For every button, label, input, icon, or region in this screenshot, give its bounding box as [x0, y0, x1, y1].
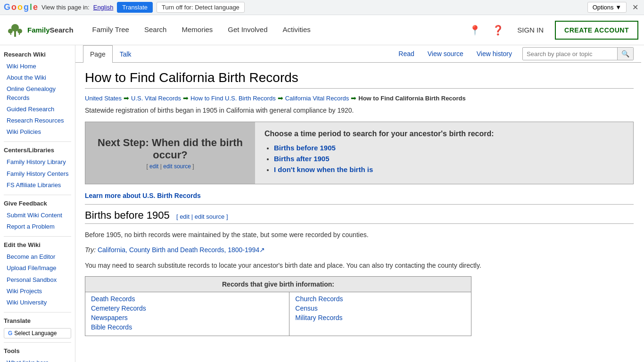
close-translate-button[interactable]: ✕: [630, 3, 640, 12]
language-link[interactable]: English: [93, 4, 114, 11]
records-table-header: Records that give birth information:: [85, 277, 471, 292]
create-account-button[interactable]: CREATE ACCOUNT: [555, 21, 638, 40]
breadcrumb-ca-vital[interactable]: California Vital Records: [285, 95, 349, 102]
tab-page[interactable]: Page: [83, 45, 113, 63]
section-title: Births before 1905: [85, 209, 170, 221]
section-try-para: Try: California, County Birth and Death …: [85, 245, 634, 255]
section-edit-links: [ edit | edit source ]: [176, 213, 228, 220]
tab-view-source[interactable]: View source: [421, 45, 470, 62]
article-intro: Statewide registration of births began i…: [85, 107, 634, 114]
nav-memories[interactable]: Memories: [174, 15, 220, 45]
sidebar-item-submit-wiki[interactable]: Submit Wiki Content: [4, 210, 71, 221]
info-box-edit-link[interactable]: edit: [149, 163, 158, 170]
nav-search[interactable]: Search: [137, 15, 174, 45]
records-table: Records that give birth information: Dea…: [85, 276, 471, 336]
sidebar-item-family-history-library[interactable]: Family History Library: [4, 156, 71, 168]
sidebar-section-translate: Translate: [4, 317, 71, 324]
sidebar-item-about-wiki[interactable]: About the Wiki: [4, 72, 71, 83]
link-military-records[interactable]: Military Records: [295, 314, 465, 321]
try-link[interactable]: California, County Birth and Death Recor…: [98, 246, 265, 254]
sign-in-button[interactable]: SIGN IN: [513, 26, 547, 34]
breadcrumb-us-vital[interactable]: U.S. Vital Records: [131, 95, 181, 102]
breadcrumb-us[interactable]: United States: [85, 95, 122, 102]
sidebar-item-report-problem[interactable]: Report a Problem: [4, 221, 71, 232]
section-para-1: Before 1905, no birth records were maint…: [85, 230, 634, 240]
list-item-births-after-1905: Births after 1905: [274, 155, 624, 163]
sidebar-item-guided-research[interactable]: Guided Research: [4, 104, 71, 115]
sidebar-item-wiki-policies[interactable]: Wiki Policies: [4, 126, 71, 138]
sidebar-item-wiki-university[interactable]: Wiki University: [4, 297, 71, 308]
records-left-col: Death Records Cemetery Records Newspaper…: [85, 292, 289, 336]
wiki-search-input[interactable]: [523, 48, 617, 60]
translate-bar: Google View this page in: English Transl…: [0, 0, 644, 15]
sidebar-item-online-genealogy[interactable]: Online Genealogy Records: [4, 83, 71, 103]
tab-right: Read View source View history 🔍: [392, 45, 634, 62]
breadcrumb-arrow-3: ➡: [278, 94, 283, 102]
logo-icon: [6, 21, 25, 40]
nav-get-involved[interactable]: Get Involved: [220, 15, 275, 45]
link-births-after-1905[interactable]: Births after 1905: [274, 155, 330, 163]
options-button[interactable]: Options ▼: [587, 2, 627, 13]
sidebar-item-upload-file[interactable]: Upload File/Image: [4, 263, 71, 274]
list-item-births-before-1905: Births before 1905: [274, 144, 624, 152]
search-area: 🔍: [522, 47, 634, 60]
link-church-records[interactable]: Church Records: [295, 295, 465, 303]
logo[interactable]: FamilySearch: [6, 21, 74, 40]
sidebar-item-fs-affiliate[interactable]: FS Affiliate Libraries: [4, 180, 71, 191]
sidebar-item-what-links[interactable]: What links here: [4, 357, 71, 362]
try-label: Try:: [85, 246, 96, 254]
sidebar-item-wiki-home[interactable]: Wiki Home: [4, 61, 71, 72]
sidebar-item-become-editor[interactable]: Become an Editor: [4, 251, 71, 263]
wiki-search-button[interactable]: 🔍: [617, 48, 633, 60]
breadcrumb: United States ➡ U.S. Vital Records ➡ How…: [85, 94, 634, 102]
sidebar-item-personal-sandbox[interactable]: Personal Sandbox: [4, 274, 71, 286]
nav-family-tree[interactable]: Family Tree: [85, 15, 137, 45]
link-census[interactable]: Census: [295, 304, 465, 312]
select-language-button[interactable]: G Select Language: [4, 328, 71, 338]
list-item-dont-know: I don't know when the birth is: [274, 165, 624, 173]
sidebar-section-feedback: Give Feedback: [4, 200, 71, 207]
main-content: Page Talk Read View source View history …: [75, 45, 641, 362]
translate-button[interactable]: Translate: [117, 2, 153, 13]
info-box-left-links: [ edit | edit source ]: [95, 163, 246, 170]
section-edit-link[interactable]: edit: [180, 213, 190, 220]
help-icon[interactable]: ❓: [490, 23, 506, 38]
info-box-edit-source-link[interactable]: edit source: [163, 163, 191, 170]
nav-activities[interactable]: Activities: [275, 15, 318, 45]
breadcrumb-arrow-1: ➡: [124, 94, 129, 102]
sidebar: Research Wiki Wiki Home About the Wiki O…: [0, 45, 75, 362]
sidebar-item-wiki-projects[interactable]: Wiki Projects: [4, 286, 71, 297]
breadcrumb-us-birth[interactable]: How to Find U.S. Birth Records: [190, 95, 276, 102]
info-box-left-title: Next Step: When did the birth occur?: [95, 137, 246, 161]
section-edit-source-link[interactable]: edit source: [195, 213, 225, 220]
top-nav: FamilySearch Family Tree Search Memories…: [0, 15, 644, 45]
tab-read[interactable]: Read: [392, 45, 421, 62]
sidebar-item-family-history-centers[interactable]: Family History Centers: [4, 168, 71, 180]
link-bible-records[interactable]: Bible Records: [91, 323, 283, 331]
learn-more-link[interactable]: Learn more about U.S. Birth Records: [85, 192, 634, 205]
turnoff-button[interactable]: Turn off for: Detect language: [157, 2, 245, 13]
info-box-right-list: Births before 1905 Births after 1905 I d…: [264, 144, 624, 173]
tab-talk[interactable]: Talk: [113, 45, 139, 63]
main-nav: Family Tree Search Memories Get Involved…: [85, 15, 468, 45]
tab-view-history[interactable]: View history: [470, 45, 519, 62]
sidebar-divider-1: [4, 141, 71, 142]
svg-rect-5: [19, 32, 20, 35]
sidebar-section-edit-wiki: Edit the Wiki: [4, 241, 71, 248]
breadcrumb-current: How to Find California Birth Records: [358, 95, 466, 102]
link-death-records[interactable]: Death Records: [91, 295, 283, 303]
sidebar-section-centers: Centers/Libraries: [4, 147, 71, 154]
link-newspapers[interactable]: Newspapers: [91, 314, 283, 321]
translate-label: View this page in:: [41, 4, 90, 11]
breadcrumb-arrow-2: ➡: [183, 94, 189, 102]
link-births-before-1905[interactable]: Births before 1905: [274, 144, 336, 152]
sidebar-item-research-resources[interactable]: Research Resources: [4, 115, 71, 126]
google-g-icon: G: [8, 330, 12, 337]
sidebar-translate-area: G Select Language: [4, 328, 71, 338]
link-cemetery-records[interactable]: Cemetery Records: [91, 304, 283, 312]
link-dont-know[interactable]: I don't know when the birth is: [274, 165, 373, 173]
sidebar-divider-2: [4, 195, 71, 195]
location-icon[interactable]: 📍: [467, 23, 483, 38]
svg-rect-4: [10, 32, 11, 35]
page-layout: Research Wiki Wiki Home About the Wiki O…: [0, 45, 644, 362]
